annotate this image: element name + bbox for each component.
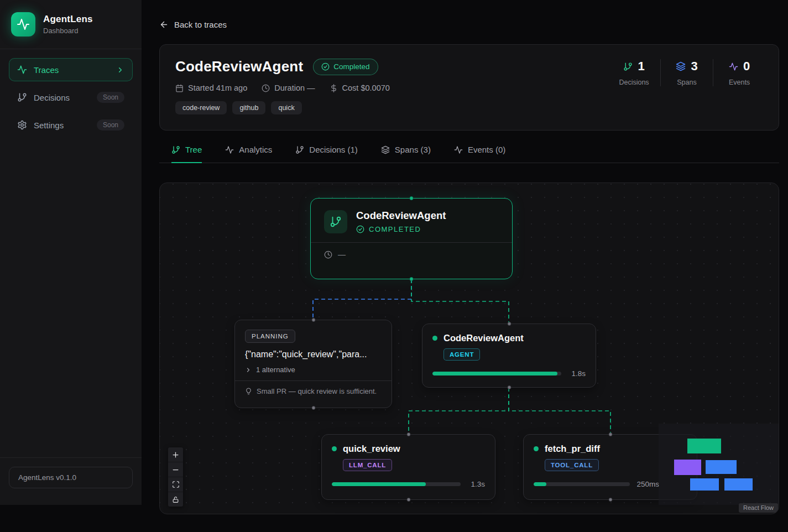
status-dot-icon [432, 336, 437, 341]
span-type-badge: AGENT [443, 348, 480, 361]
node-handle[interactable] [311, 318, 315, 322]
node-span-codereviewagent[interactable]: CodeReviewAgent AGENT 1.8s [422, 324, 596, 388]
node-handle[interactable] [311, 406, 315, 410]
sidebar-item-traces[interactable]: Traces [9, 58, 133, 81]
tab-events[interactable]: Events (0) [454, 145, 505, 163]
stat-spans: 3 Spans [660, 59, 713, 86]
minimap-node [706, 460, 737, 474]
node-handle[interactable] [406, 498, 410, 502]
stat-value: 1 [638, 59, 644, 74]
stat-decisions: 1 Decisions [608, 59, 660, 86]
started-meta: Started 41m ago [175, 84, 247, 92]
back-link-label: Back to traces [174, 20, 227, 29]
node-decision-planning[interactable]: PLANNING {"name":"quick_review","para...… [234, 320, 392, 408]
minimap-node [674, 460, 701, 475]
node-handle[interactable] [410, 196, 414, 200]
trace-title: CodeReviewAgent [175, 58, 303, 75]
tag: quick [271, 101, 301, 114]
tab-tree[interactable]: Tree [171, 145, 202, 163]
sidebar-item-label: Decisions [34, 93, 70, 102]
tab-label: Tree [185, 145, 202, 154]
calendar-icon [175, 84, 184, 92]
node-handle[interactable] [410, 277, 414, 281]
back-to-traces-link[interactable]: Back to traces [159, 20, 227, 29]
tab-label: Decisions (1) [309, 145, 358, 154]
node-handle[interactable] [608, 498, 612, 502]
decision-action-text: {"name":"quick_review","para... [245, 350, 382, 359]
react-flow-attribution[interactable]: React Flow [739, 503, 778, 513]
node-span-quick-review[interactable]: quick_review LLM_CALL 1.3s [321, 434, 495, 500]
node-handle[interactable] [507, 322, 511, 326]
app-name: AgentLens [43, 14, 93, 25]
tab-decisions[interactable]: Decisions (1) [295, 145, 358, 163]
span-duration: 1.3s [467, 480, 485, 488]
git-branch-icon [17, 92, 27, 102]
alternatives-label: 1 alternative [256, 366, 295, 374]
stat-events: 0 Events [713, 59, 765, 86]
fit-view-button[interactable] [168, 477, 183, 492]
git-branch-icon [171, 145, 180, 154]
edge-root-to-planning [313, 279, 411, 320]
tab-analytics[interactable]: Analytics [225, 145, 272, 163]
duration-bar [534, 482, 630, 486]
layers-icon [676, 61, 686, 71]
span-duration: 1.8s [568, 369, 586, 378]
alternatives-expander[interactable]: 1 alternative [245, 366, 382, 374]
span-title: quick_review [343, 444, 400, 454]
sidebar-item-decisions[interactable]: Decisions Soon [9, 86, 133, 109]
span-duration: 250ms [636, 480, 659, 488]
root-node-title: CodeReviewAgent [356, 210, 446, 222]
sidebar: AgentLens Dashboard Traces Decisions Soo… [0, 0, 142, 505]
span-title: fetch_pr_diff [545, 444, 600, 454]
layers-icon [381, 145, 390, 154]
tag: github [232, 101, 265, 114]
node-handle[interactable] [608, 432, 612, 436]
duration-meta: Duration — [262, 84, 315, 92]
duration-bar [432, 372, 561, 375]
span-type-badge: TOOL_CALL [545, 459, 599, 471]
zoom-out-button[interactable] [168, 462, 183, 477]
tab-label: Analytics [239, 145, 272, 154]
decision-type-badge: PLANNING [245, 330, 295, 343]
minimap-node [690, 478, 719, 491]
chevron-right-icon [116, 66, 124, 74]
zoom-in-button[interactable] [168, 447, 183, 462]
minimap[interactable] [659, 424, 779, 505]
edge-agent-to-fetch-pr-diff [509, 388, 610, 434]
activity-icon [17, 65, 27, 75]
node-handle[interactable] [406, 432, 410, 436]
main-content: Back to traces CodeReviewAgent Completed… [142, 0, 788, 29]
gear-icon [17, 120, 27, 130]
flow-canvas[interactable]: CodeReviewAgent COMPLETED — PLANNING {"n… [159, 182, 779, 514]
activity-icon [454, 145, 463, 154]
activity-icon [729, 62, 738, 71]
sidebar-footer: AgentLens v0.1.0 [0, 457, 142, 488]
started-label: Started 41m ago [188, 84, 247, 92]
node-root-codereviewagent[interactable]: CodeReviewAgent COMPLETED — [310, 198, 513, 279]
version-label: AgentLens v0.1.0 [9, 467, 133, 488]
tab-label: Events (0) [468, 145, 505, 154]
stat-value: 0 [743, 59, 750, 74]
node-handle[interactable] [507, 385, 511, 389]
tabbar: Tree Analytics Decisions (1) Spans (3) E… [159, 145, 779, 163]
brand: AgentLens Dashboard [0, 0, 142, 49]
edge-agent-to-quick-review [409, 388, 509, 434]
stats: 1 Decisions 3 Spans 0 Events [608, 59, 765, 86]
lightbulb-icon [245, 388, 252, 395]
sidebar-nav: Traces Decisions Soon Settings Soon [0, 49, 142, 145]
sidebar-item-settings[interactable]: Settings Soon [9, 113, 133, 137]
stat-label: Decisions [608, 79, 660, 86]
git-branch-icon [295, 145, 304, 154]
minimap-node [724, 478, 753, 491]
clock-icon [324, 251, 332, 259]
tab-spans[interactable]: Spans (3) [381, 145, 431, 163]
sidebar-item-label: Settings [34, 121, 64, 130]
chevron-right-icon [245, 367, 252, 373]
check-circle-icon [356, 225, 364, 233]
cost-label: Cost $0.0070 [342, 84, 390, 92]
check-circle-icon [321, 62, 330, 71]
stat-value: 3 [691, 59, 697, 74]
minimap-node [687, 439, 721, 453]
tags: code-review github quick [175, 101, 763, 114]
lock-button[interactable] [168, 492, 183, 507]
